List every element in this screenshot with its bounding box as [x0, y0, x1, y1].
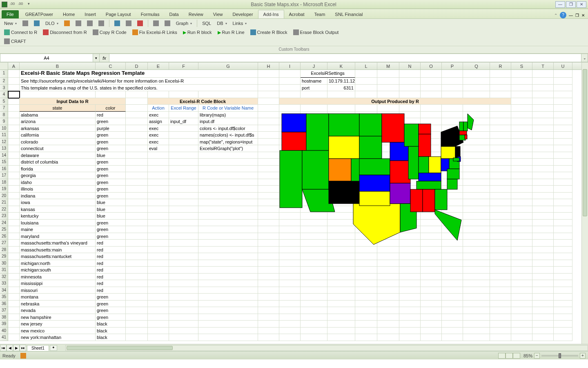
cell[interactable]	[279, 70, 301, 78]
cell[interactable]	[377, 145, 399, 152]
cell[interactable]	[355, 280, 377, 287]
cell[interactable]	[554, 118, 572, 125]
cell[interactable]	[8, 240, 20, 247]
cell[interactable]	[148, 193, 169, 200]
cell[interactable]	[301, 125, 327, 132]
cell[interactable]	[511, 314, 532, 321]
row-header[interactable]: 3	[0, 85, 8, 92]
cell[interactable]	[169, 199, 198, 206]
cell[interactable]	[301, 321, 327, 328]
cell[interactable]	[327, 307, 355, 314]
tab-home[interactable]: Home	[58, 10, 80, 18]
cell[interactable]	[301, 145, 327, 152]
cell[interactable]	[148, 267, 169, 274]
cell[interactable]	[301, 274, 327, 280]
cell[interactable]	[377, 112, 399, 119]
sheet-nav-last[interactable]: ⏭	[20, 345, 26, 351]
cell[interactable]	[126, 260, 148, 267]
cell[interactable]	[301, 193, 327, 200]
cell[interactable]: kentucky	[20, 213, 96, 220]
column-header-k[interactable]: K	[327, 63, 355, 70]
cell[interactable]	[511, 166, 532, 173]
cell[interactable]	[421, 247, 442, 254]
cell[interactable]	[511, 145, 532, 152]
cell[interactable]	[8, 145, 20, 152]
cell[interactable]	[258, 179, 279, 186]
cell[interactable]	[421, 132, 442, 139]
cell[interactable]	[148, 240, 169, 247]
cell[interactable]	[169, 152, 198, 159]
cell[interactable]	[511, 112, 532, 119]
zoom-out-button[interactable]: −	[534, 353, 540, 359]
cell[interactable]	[198, 159, 258, 166]
cell[interactable]	[463, 280, 490, 287]
cell[interactable]	[511, 159, 532, 166]
cell[interactable]	[258, 307, 279, 314]
cell[interactable]	[327, 172, 355, 179]
cell[interactable]	[355, 226, 377, 233]
cell[interactable]	[377, 294, 399, 301]
cell[interactable]	[421, 199, 442, 206]
cell[interactable]	[148, 186, 169, 193]
cell[interactable]	[126, 199, 148, 206]
cell[interactable]	[463, 105, 490, 112]
cell[interactable]: blue	[96, 152, 126, 159]
cell[interactable]	[169, 253, 198, 260]
cell[interactable]	[198, 267, 258, 274]
cell[interactable]	[490, 199, 511, 206]
cell[interactable]	[301, 328, 327, 334]
cell[interactable]	[554, 253, 572, 260]
cell[interactable]	[377, 70, 399, 78]
cell[interactable]	[327, 274, 355, 280]
cell[interactable]	[532, 145, 554, 152]
cell[interactable]	[126, 253, 148, 260]
cell[interactable]	[490, 125, 511, 132]
cell[interactable]	[511, 233, 532, 240]
cell[interactable]	[8, 294, 20, 301]
cell[interactable]	[554, 213, 572, 220]
cell[interactable]	[511, 274, 532, 280]
column-header-e[interactable]: E	[148, 63, 169, 70]
cell[interactable]	[490, 233, 511, 240]
cell[interactable]	[490, 91, 511, 98]
cell[interactable]: black	[96, 334, 126, 341]
cell[interactable]	[377, 152, 399, 159]
cell[interactable]	[442, 166, 463, 173]
cell[interactable]	[279, 240, 301, 247]
cell[interactable]	[198, 260, 258, 267]
cell[interactable]	[399, 334, 421, 341]
cell[interactable]	[258, 91, 279, 98]
cell[interactable]	[8, 132, 20, 139]
cell[interactable]: arizona	[20, 118, 96, 125]
cell[interactable]	[279, 118, 301, 125]
row-header[interactable]: 11	[0, 132, 8, 139]
cell[interactable]	[421, 213, 442, 220]
cell[interactable]	[421, 280, 442, 287]
cell[interactable]	[554, 85, 572, 92]
chart2-icon[interactable]	[123, 20, 134, 27]
cell[interactable]	[258, 98, 279, 105]
craft-button[interactable]: CRAFT	[2, 38, 29, 45]
grid[interactable]: ABCDEFGHIJKLMNOPQRSTU 1Excelsi-R Basic S…	[0, 63, 581, 344]
cell[interactable]	[198, 206, 258, 213]
cell[interactable]	[301, 91, 327, 98]
cell[interactable]	[554, 152, 572, 159]
cell[interactable]	[463, 206, 490, 213]
cell[interactable]	[327, 179, 355, 186]
cell[interactable]	[327, 186, 355, 193]
cell[interactable]	[8, 280, 20, 287]
cell[interactable]	[442, 280, 463, 287]
cell[interactable]	[126, 152, 148, 159]
cell[interactable]	[355, 118, 377, 125]
cell[interactable]	[355, 70, 377, 78]
cell[interactable]	[8, 213, 20, 220]
cell[interactable]	[169, 166, 198, 173]
cell[interactable]	[258, 206, 279, 213]
cell[interactable]	[532, 301, 554, 307]
cell[interactable]	[301, 334, 327, 341]
cell[interactable]	[442, 199, 463, 206]
cell[interactable]: massachusetts:main	[20, 247, 96, 254]
cell[interactable]	[327, 260, 355, 267]
cell[interactable]	[463, 213, 490, 220]
cell[interactable]: purple	[96, 125, 126, 132]
